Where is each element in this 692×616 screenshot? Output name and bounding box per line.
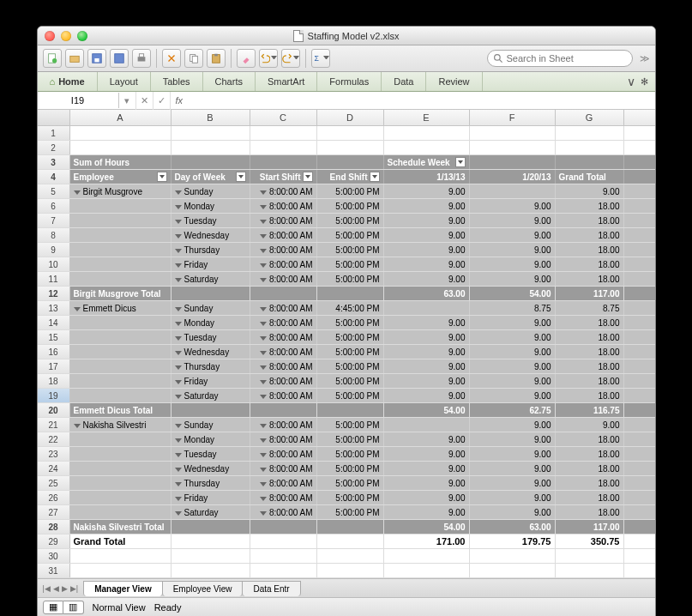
cell[interactable]: 9.00 <box>384 243 470 257</box>
cell[interactable]: Sum of Hours <box>70 155 171 169</box>
ribbon-tab-layout[interactable]: Layout <box>98 72 151 91</box>
cell[interactable]: 8:00:00 AM <box>250 476 317 490</box>
cell[interactable]: 5:00:00 PM <box>317 316 384 329</box>
autosum-button[interactable]: Σ <box>311 49 330 68</box>
cell[interactable] <box>384 126 470 140</box>
cell[interactable] <box>317 126 384 140</box>
collapse-icon[interactable] <box>175 190 182 195</box>
cell[interactable]: 9.00 <box>384 330 470 344</box>
collapse-icon[interactable] <box>175 365 182 370</box>
cell[interactable]: 5:00:00 PM <box>317 257 384 271</box>
row-header[interactable]: 17 <box>38 359 70 373</box>
cell[interactable]: 5:00:00 PM <box>317 243 384 257</box>
row-header[interactable]: 16 <box>38 345 70 359</box>
grid-row[interactable]: 7Tuesday8:00:00 AM5:00:00 PM9.009.0018.0… <box>38 214 655 228</box>
grid-row[interactable]: 13Emmett DicusSunday8:00:00 AM4:45:00 PM… <box>38 301 655 316</box>
cell[interactable]: Emmett Dicus Total <box>70 403 171 417</box>
new-button[interactable] <box>43 49 62 68</box>
cell[interactable]: 8:00:00 AM <box>250 316 317 329</box>
row-header[interactable]: 27 <box>38 505 70 519</box>
row-header[interactable]: 24 <box>38 462 70 475</box>
filter-icon[interactable] <box>455 157 466 167</box>
cell[interactable] <box>70 491 171 504</box>
col-header[interactable]: E <box>384 110 470 125</box>
grid-row[interactable]: 29Grand Total171.00179.75350.75 <box>38 534 655 549</box>
ribbon-tab-tables[interactable]: Tables <box>151 72 203 91</box>
col-header[interactable]: A <box>70 110 171 125</box>
cell[interactable]: 18.00 <box>556 272 624 286</box>
toolbar-overflow-icon[interactable]: ≫ <box>640 53 650 64</box>
cell[interactable]: 4:45:00 PM <box>317 301 384 315</box>
cell[interactable]: 9.00 <box>384 476 470 490</box>
cell[interactable]: 63.00 <box>470 520 556 534</box>
grid-row[interactable]: 4Employee Day of Week Start Shift End Sh… <box>38 170 655 184</box>
row-header[interactable]: 1 <box>38 126 70 140</box>
cell[interactable] <box>171 564 250 577</box>
cell[interactable]: Sunday <box>171 418 250 432</box>
cell[interactable]: 9.00 <box>384 505 470 519</box>
collapse-icon[interactable] <box>175 511 182 516</box>
cell[interactable]: 9.00 <box>470 418 556 432</box>
cell[interactable] <box>70 316 171 329</box>
cell[interactable] <box>317 564 384 577</box>
cell[interactable]: 8:00:00 AM <box>250 432 317 446</box>
row-header[interactable]: 4 <box>38 170 70 184</box>
cell[interactable] <box>384 418 470 432</box>
name-box[interactable]: I19 <box>38 93 119 108</box>
ribbon-tab-formulas[interactable]: Formulas <box>317 72 382 91</box>
cell[interactable]: 8:00:00 AM <box>250 491 317 504</box>
collapse-icon[interactable] <box>175 263 182 268</box>
cell[interactable]: 5:00:00 PM <box>317 491 384 504</box>
collapse-icon[interactable] <box>74 307 81 311</box>
row-header[interactable]: 22 <box>38 432 70 446</box>
page-layout-view-icon[interactable]: ▥ <box>63 601 84 614</box>
open-button[interactable] <box>65 49 84 68</box>
cell[interactable]: 18.00 <box>556 389 624 402</box>
cell[interactable] <box>171 141 250 154</box>
grid-row[interactable]: 26Friday8:00:00 AM5:00:00 PM9.009.0018.0… <box>38 491 655 505</box>
grid-row[interactable]: 24Wednesday8:00:00 AM5:00:00 PM9.009.001… <box>38 462 655 476</box>
cell[interactable] <box>70 462 171 475</box>
collapse-icon[interactable] <box>260 263 267 268</box>
spreadsheet-grid[interactable]: A B C D E F G 123Sum of HoursSchedule We… <box>38 110 655 578</box>
collapse-icon[interactable] <box>74 190 81 195</box>
collapse-icon[interactable] <box>175 220 182 224</box>
cell[interactable] <box>70 272 171 286</box>
grid-row[interactable]: 25Thursday8:00:00 AM5:00:00 PM9.009.0018… <box>38 476 655 491</box>
row-header[interactable]: 19 <box>38 389 70 402</box>
row-header[interactable]: 26 <box>38 491 70 504</box>
ribbon-settings-icon[interactable]: ✻ <box>641 76 648 88</box>
grid-row[interactable]: 21Nakisha SilvestriSunday8:00:00 AM5:00:… <box>38 418 655 432</box>
cell[interactable] <box>317 155 384 169</box>
cell[interactable]: 9.00 <box>470 330 556 344</box>
row-header[interactable]: 8 <box>38 228 70 242</box>
collapse-icon[interactable] <box>260 234 267 239</box>
format-painter-button[interactable] <box>237 49 256 68</box>
cell[interactable]: 9.00 <box>384 199 470 213</box>
cell[interactable]: Thursday <box>171 359 250 373</box>
cell[interactable] <box>250 534 317 548</box>
accept-formula-icon[interactable]: ✓ <box>153 92 171 110</box>
cell[interactable] <box>70 389 171 402</box>
cell[interactable] <box>70 549 171 563</box>
save-button[interactable] <box>87 49 106 68</box>
prev-sheet-icon[interactable]: ◀ <box>53 584 59 593</box>
cell[interactable] <box>556 126 624 140</box>
cell[interactable]: 18.00 <box>556 214 624 227</box>
cell[interactable]: 9.00 <box>556 418 624 432</box>
grid-row[interactable]: 20Emmett Dicus Total54.0062.75116.75 <box>38 403 655 418</box>
cell[interactable]: 5:00:00 PM <box>317 374 384 388</box>
collapse-icon[interactable] <box>175 336 182 341</box>
cell[interactable]: 5:00:00 PM <box>317 345 384 359</box>
cell[interactable]: 1/13/13 <box>384 170 470 184</box>
cell[interactable]: Friday <box>171 374 250 388</box>
grid-row[interactable]: 19Saturday8:00:00 AM5:00:00 PM9.009.0018… <box>38 389 655 403</box>
cell[interactable]: 9.00 <box>470 345 556 359</box>
cell[interactable]: Tuesday <box>171 214 250 227</box>
cell[interactable]: Thursday <box>171 476 250 490</box>
cell[interactable] <box>250 403 317 417</box>
cell[interactable] <box>384 141 470 154</box>
cell[interactable]: 8:00:00 AM <box>250 272 317 286</box>
cell[interactable]: 8:00:00 AM <box>250 462 317 475</box>
cell[interactable] <box>556 564 624 577</box>
